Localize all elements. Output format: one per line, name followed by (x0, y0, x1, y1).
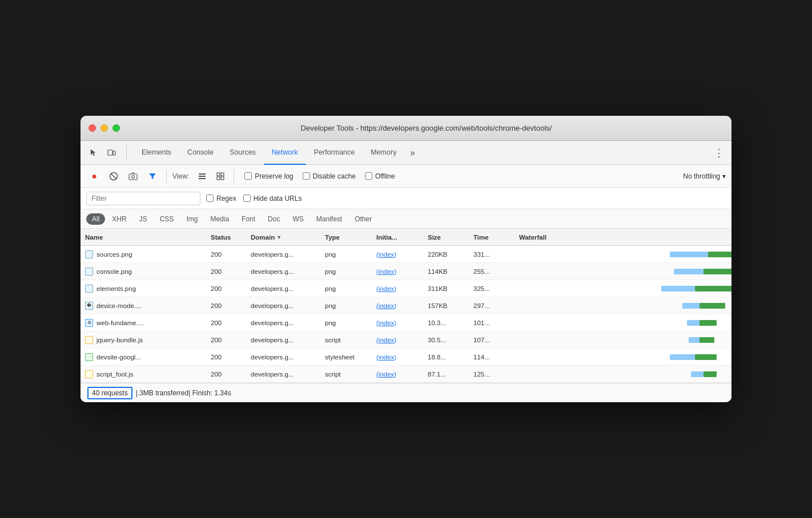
cell-name: console.png (81, 268, 206, 276)
tab-sources[interactable]: Sources (222, 141, 264, 165)
svg-point-5 (132, 175, 135, 178)
recv-bar (695, 286, 731, 292)
type-btn-all[interactable]: All (86, 213, 105, 225)
initiator-link[interactable]: (index) (376, 337, 396, 343)
table-row[interactable]: jquery-bundle.js 200 developers.g... scr… (81, 331, 731, 349)
cell-name: jquery-bundle.js (81, 336, 206, 344)
initiator-link[interactable]: (index) (376, 285, 396, 292)
offline-checkbox[interactable]: Offline (365, 172, 395, 180)
waterfall-bars (517, 353, 729, 361)
cell-time: 114... (469, 354, 514, 361)
devtools-menu-button[interactable]: ⋮ (711, 145, 727, 161)
type-btn-doc[interactable]: Doc (262, 213, 286, 225)
recv-bar (700, 337, 714, 343)
cell-name: ⚙ web-fundame.... (81, 319, 206, 327)
minimize-button[interactable] (101, 124, 108, 132)
type-btn-xhr[interactable]: XHR (106, 213, 132, 225)
toolbar-divider-1 (166, 169, 167, 183)
col-header-name[interactable]: Name (81, 234, 206, 241)
cell-status: 200 (206, 302, 246, 309)
tab-memory[interactable]: Memory (363, 141, 404, 165)
type-btn-media[interactable]: Media (204, 213, 235, 225)
cell-name: � device-mode.... (81, 302, 206, 310)
tab-network[interactable]: Network (264, 141, 306, 165)
table-row[interactable]: sources.png 200 developers.g... png (ind… (81, 246, 731, 263)
tab-performance[interactable]: Performance (306, 141, 363, 165)
traffic-lights (89, 124, 120, 132)
table-row[interactable]: script_foot.js 200 developers.g... scrip… (81, 366, 731, 383)
cursor-icon[interactable] (85, 145, 101, 161)
cell-status: 200 (206, 285, 246, 292)
record-button[interactable]: ● (86, 168, 102, 184)
initiator-link[interactable]: (index) (376, 354, 396, 361)
disable-cache-checkbox[interactable]: Disable cache (303, 172, 356, 180)
cell-waterfall (514, 336, 731, 344)
finish-time: | Finish: 1.34s (188, 389, 231, 397)
col-header-size[interactable]: Size (423, 234, 469, 241)
regex-checkbox[interactable] (206, 195, 214, 202)
initiator-link[interactable]: (index) (376, 268, 396, 275)
filename: sources.png (97, 251, 132, 258)
offline-input[interactable] (365, 172, 372, 180)
regex-option[interactable]: Regex (206, 195, 236, 203)
device-toggle-icon[interactable] (103, 145, 119, 161)
table-row[interactable]: devsite-googl... 200 developers.g... sty… (81, 349, 731, 366)
col-header-type[interactable]: Type (320, 234, 372, 241)
maximize-button[interactable] (112, 124, 120, 132)
list-view-button[interactable] (195, 169, 210, 184)
cell-type: png (320, 251, 372, 258)
recv-bar (700, 303, 725, 309)
hide-data-urls-option[interactable]: Hide data URLs (243, 195, 302, 203)
col-header-status[interactable]: Status (206, 234, 246, 241)
waterfall-bars (517, 268, 729, 276)
devtools-panel: Elements Console Sources Network Perform… (81, 141, 731, 402)
block-requests-button[interactable] (106, 168, 122, 184)
disable-cache-input[interactable] (303, 172, 310, 180)
hide-data-urls-checkbox[interactable] (243, 195, 251, 202)
type-btn-img[interactable]: Img (180, 213, 203, 225)
table-row[interactable]: � device-mode.... 200 developers.g... pn… (81, 297, 731, 314)
initiator-link[interactable]: (index) (376, 371, 396, 378)
more-tabs-button[interactable]: » (404, 145, 420, 161)
waterfall-bars (517, 336, 729, 344)
cell-domain: developers.g... (246, 302, 320, 309)
col-header-domain[interactable]: Domain ▼ (246, 234, 320, 241)
tab-elements[interactable]: Elements (134, 141, 179, 165)
type-btn-ws[interactable]: WS (287, 213, 309, 225)
col-header-time[interactable]: Time (469, 234, 514, 241)
initiator-link[interactable]: (index) (376, 319, 396, 326)
initiator-link[interactable]: (index) (376, 302, 396, 309)
filter-toggle-button[interactable] (144, 168, 160, 184)
col-header-initiator[interactable]: Initia... (372, 234, 423, 241)
group-by-frame-button[interactable] (213, 169, 228, 184)
type-btn-css[interactable]: CSS (154, 213, 180, 225)
wait-bar (661, 286, 696, 292)
cell-waterfall (514, 319, 731, 327)
throttle-label: No throttling (683, 172, 720, 180)
table-row[interactable]: console.png 200 developers.g... png (ind… (81, 263, 731, 280)
preserve-log-checkbox[interactable]: Preserve log (244, 172, 293, 180)
screenshot-button[interactable] (125, 168, 141, 184)
preserve-log-input[interactable] (244, 172, 252, 180)
cell-initiator: (index) (372, 251, 423, 258)
table-row[interactable]: ⚙ web-fundame.... 200 developers.g... pn… (81, 314, 731, 331)
close-button[interactable] (89, 124, 96, 132)
status-bar: 40 requests | .3MB transferred | Finish:… (81, 383, 731, 402)
filter-input[interactable] (86, 192, 200, 205)
throttle-button[interactable]: No throttling ▾ (683, 172, 726, 180)
type-btn-manifest[interactable]: Manifest (311, 213, 348, 225)
transferred-size: .3MB transferred (138, 389, 188, 397)
window-title: Developer Tools - https://developers.goo… (129, 124, 723, 132)
initiator-link[interactable]: (index) (376, 251, 396, 258)
type-btn-js[interactable]: JS (134, 213, 153, 225)
type-btn-other[interactable]: Other (349, 213, 377, 225)
preserve-log-label: Preserve log (255, 172, 293, 180)
recv-bar (704, 269, 731, 274)
table-row[interactable]: elements.png 200 developers.g... png (in… (81, 280, 731, 297)
type-btn-font[interactable]: Font (236, 213, 261, 225)
svg-rect-4 (129, 174, 137, 180)
tab-console[interactable]: Console (179, 141, 222, 165)
cell-name: sources.png (81, 250, 206, 258)
col-header-waterfall[interactable]: Waterfall (514, 234, 731, 241)
wait-bar (687, 320, 700, 326)
